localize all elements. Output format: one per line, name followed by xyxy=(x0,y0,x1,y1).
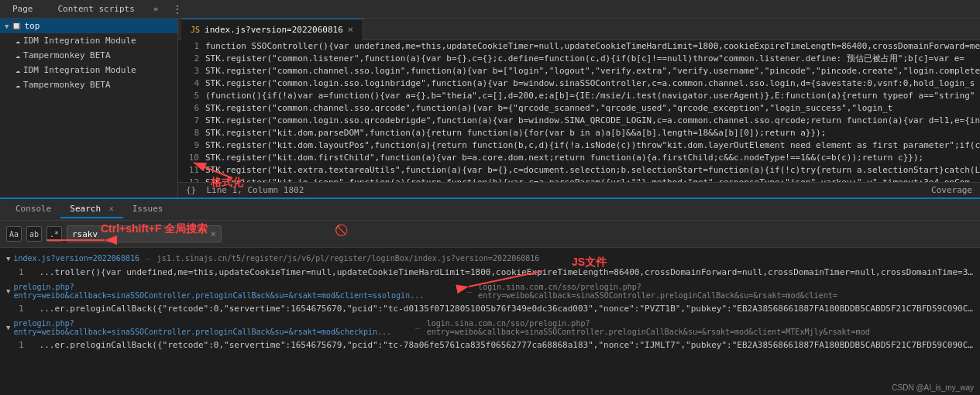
search-results: ▼index.js?version=2022060816—js1.t.sinaj… xyxy=(0,248,980,356)
editor-tab-bar: JS index.js?version=2022060816 × xyxy=(178,19,980,40)
code-line: 8STK.register("kit.dom.parseDOM",functio… xyxy=(178,127,980,139)
editor-tab-index[interactable]: JS index.js?version=2022060816 × xyxy=(181,19,363,40)
line-code: function SSOController(){var undefined,m… xyxy=(205,40,980,53)
code-line: 3STK.register("common.channel.sso.login"… xyxy=(178,65,980,77)
line-number: 4 xyxy=(178,77,205,90)
coverage-btn[interactable]: Coverage xyxy=(931,185,972,195)
result-file-header[interactable]: ▼index.js?version=2022060816—js1.t.sinaj… xyxy=(0,251,980,266)
expand-icon: ▼ xyxy=(6,255,10,263)
sidebar-item-idm2[interactable]: ☁ IDM Integration Module xyxy=(0,63,177,77)
result-file-path: login.sina.com.cn/sso/prelogin.php?entry… xyxy=(478,283,974,300)
result-path-sep: — xyxy=(415,323,421,333)
code-line: 7STK.register("common.login.sso.qrcodebr… xyxy=(178,115,980,127)
result-line-number: 1 xyxy=(19,267,34,277)
sidebar-label-tm1: Tampermonkey BETA xyxy=(23,50,111,60)
code-line: 5(function(){if(!a)var a=function(){var … xyxy=(178,90,980,102)
format-btn[interactable]: {} Line 1, Column 1802 xyxy=(186,185,304,195)
result-group: ▼prelogin.php?entry=weibo&callback=sinaS… xyxy=(0,280,980,315)
sidebar-item-tampermonkey1[interactable]: ☁ Tampermonkey BETA xyxy=(0,48,177,63)
arrow-icon: ▼ xyxy=(5,22,9,30)
content-scripts-tab[interactable]: Content scripts xyxy=(52,2,141,15)
worker-icon-1: ☁ xyxy=(15,36,20,45)
search-input[interactable] xyxy=(72,229,211,239)
line-number: 3 xyxy=(178,65,205,77)
sidebar-label-idm2: IDM Integration Module xyxy=(23,65,136,75)
page-tab[interactable]: Page xyxy=(6,2,40,15)
code-line: 12STK.register("kit.io.jsonp",function(a… xyxy=(178,177,980,182)
result-file-path: login.sina.com.cn/sso/prelogin.php?entry… xyxy=(427,319,974,336)
expand-icon: ▼ xyxy=(6,324,10,331)
sidebar-label-top: top xyxy=(24,21,40,31)
sidebar-label-idm1: IDM Integration Module xyxy=(23,36,136,46)
search-input-wrapper: × xyxy=(67,225,222,242)
code-editor[interactable]: 1function SSOController(){var undefined,… xyxy=(178,40,980,182)
sidebar-item-top[interactable]: ▼ 🔲 top xyxy=(0,19,177,33)
result-item[interactable]: 1 ...er.preloginCallBack({"retcode":0,"s… xyxy=(0,302,980,315)
search-panel: Aa ab .* × ▼index.js?version=2022060816—… xyxy=(0,221,980,395)
result-group: ▼index.js?version=2022060816—js1.t.sinaj… xyxy=(0,251,980,279)
csdn-badge: CSDN @AI_is_my_way xyxy=(892,383,974,392)
search-clear-btn[interactable]: × xyxy=(211,228,216,239)
worker-icon-3: ☁ xyxy=(15,66,20,74)
line-number: 7 xyxy=(178,115,205,127)
sidebar-item-tampermonkey2[interactable]: ☁ Tampermonkey BETA xyxy=(0,77,177,92)
result-file-header[interactable]: ▼prelogin.php?entry=weibo&callback=sinaS… xyxy=(0,317,980,338)
result-file-name: prelogin.php?entry=weibo&callback=sinaSS… xyxy=(13,283,460,300)
code-line: 2STK.register("common.listener",function… xyxy=(178,53,980,65)
line-code: STK.register("kit.dom.firstChild",functi… xyxy=(205,152,980,164)
result-line-number: 1 xyxy=(19,340,34,350)
worker-icon-2: ☁ xyxy=(15,51,20,60)
code-line: 6STK.register("common.channel.sso.qrcode… xyxy=(178,102,980,115)
line-code: STK.register("common.channel.sso.login",… xyxy=(205,65,980,77)
line-code: STK.register("common.login.sso.qrcodebri… xyxy=(205,115,980,127)
tab-close-btn[interactable]: × xyxy=(348,24,353,35)
code-line: 9STK.register("kit.dom.layoutPos",functi… xyxy=(178,139,980,152)
result-item[interactable]: 1 ...er.preloginCallBack({"retcode":0,"s… xyxy=(0,338,980,352)
result-file-path: js1.t.sinajs.cn/t5/register/js/v6/pl/reg… xyxy=(157,254,540,263)
line-number: 2 xyxy=(178,53,205,65)
result-file-name: prelogin.php?entry=weibo&callback=sinaSS… xyxy=(13,319,409,336)
result-file-header[interactable]: ▼prelogin.php?entry=weibo&callback=sinaS… xyxy=(0,280,980,302)
more-tabs-btn[interactable]: » xyxy=(153,4,159,14)
result-line-number: 1 xyxy=(19,304,34,314)
line-code: STK.register("kit.io.jsonp",function(a){… xyxy=(205,177,980,182)
line-code: STK.register("kit.extra.textareaUtils",f… xyxy=(205,164,980,177)
tab-issues[interactable]: Issues xyxy=(123,201,173,218)
code-line: 11STK.register("kit.extra.textareaUtils"… xyxy=(178,164,980,177)
line-number: 6 xyxy=(178,102,205,115)
tab-label: index.js?version=2022060816 xyxy=(205,25,343,35)
line-number: 1 xyxy=(178,40,205,53)
tab-search[interactable]: Search × xyxy=(60,201,122,218)
line-number: 12 xyxy=(178,177,205,182)
line-code: (function(){if(!a)var a=function(){var a… xyxy=(205,90,980,102)
line-number: 10 xyxy=(178,152,205,164)
line-code: STK.register("common.login.sso.loginbrid… xyxy=(205,77,980,90)
regex-btn[interactable]: .* xyxy=(46,226,62,242)
line-col-display: Line 1, Column 1802 xyxy=(207,185,304,195)
sidebar-label-tm2: Tampermonkey BETA xyxy=(23,80,111,90)
result-item[interactable]: 1 ...troller(){var undefined,me=this,upd… xyxy=(0,266,980,279)
worker-icon-4: ☁ xyxy=(15,81,20,89)
editor-area: JS index.js?version=2022060816 × 1functi… xyxy=(178,19,980,198)
code-line: 10STK.register("kit.dom.firstChild",func… xyxy=(178,152,980,164)
case-sensitive-btn[interactable]: Aa xyxy=(6,226,22,242)
line-number: 5 xyxy=(178,90,205,102)
line-code: STK.register("kit.dom.parseDOM",function… xyxy=(205,127,980,139)
line-code: STK.register("kit.dom.layoutPos",functio… xyxy=(205,139,980,152)
line-code: STK.register("common.channel.sso.qrcode"… xyxy=(205,102,980,115)
line-number: 8 xyxy=(178,127,205,139)
line-number: 9 xyxy=(178,139,205,152)
frame-icon: 🔲 xyxy=(12,22,21,30)
tab-options-btn[interactable]: ⋮ xyxy=(172,3,183,15)
code-line: 1function SSOController(){var undefined,… xyxy=(178,40,980,53)
result-file-name: index.js?version=2022060816 xyxy=(13,254,139,263)
search-bar: Aa ab .* × xyxy=(0,221,980,248)
result-group: ▼prelogin.php?entry=weibo&callback=sinaS… xyxy=(0,317,980,352)
whole-word-btn[interactable]: ab xyxy=(26,226,42,242)
result-path-sep: — xyxy=(466,287,472,297)
tab-console[interactable]: Console xyxy=(6,201,60,218)
sidebar-item-idm1[interactable]: ☁ IDM Integration Module xyxy=(0,33,177,48)
devtools-panel: Console Search × Issues Aa ab .* × xyxy=(0,198,980,395)
expand-icon: ▼ xyxy=(6,287,10,295)
search-tab-close[interactable]: × xyxy=(109,204,114,213)
